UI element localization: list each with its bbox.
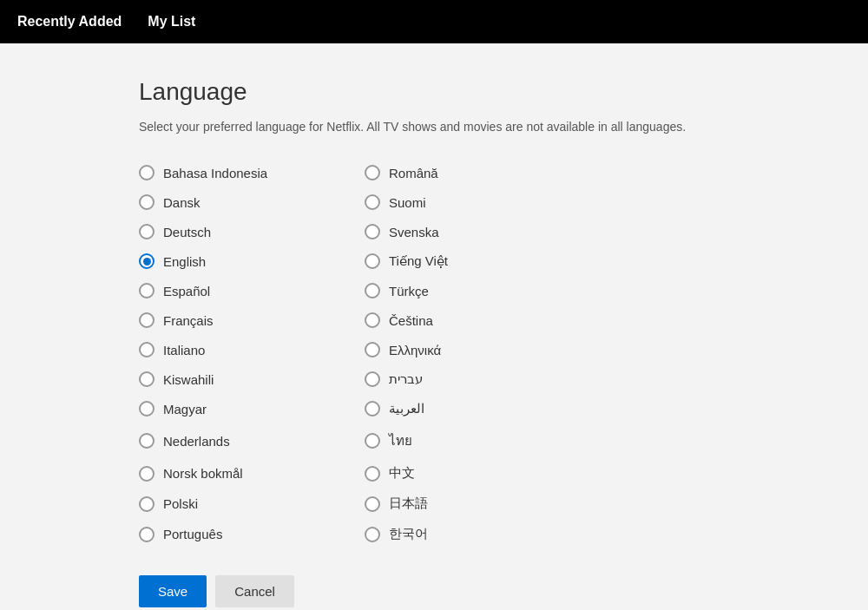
radio-thai <box>365 433 380 449</box>
language-item-japanese[interactable]: 日本語 <box>365 489 590 519</box>
language-label-portugues: Português <box>163 527 222 541</box>
save-button[interactable]: Save <box>139 575 207 607</box>
language-label-romana: Română <box>389 166 438 180</box>
radio-portugues <box>139 527 155 542</box>
language-label-suomi: Suomi <box>389 195 426 210</box>
language-label-deutsch: Deutsch <box>163 225 211 239</box>
language-item-espanol[interactable]: Español <box>139 276 365 305</box>
radio-japanese <box>365 496 380 512</box>
radio-francais <box>139 312 155 328</box>
radio-dansk <box>139 194 155 210</box>
language-label-thai: ไทย <box>389 430 412 451</box>
radio-chinese <box>365 466 380 482</box>
radio-arabic <box>365 401 380 417</box>
language-label-kiswahili: Kiswahili <box>163 372 214 387</box>
radio-english <box>139 253 155 269</box>
language-item-bahasa[interactable]: Bahasa Indonesia <box>139 158 365 187</box>
radio-turkce <box>365 283 380 298</box>
radio-hebrew <box>365 371 380 387</box>
language-item-chinese[interactable]: 中文 <box>365 458 590 489</box>
language-label-turkce: Türkçe <box>389 284 429 298</box>
page-title: Language <box>139 78 729 106</box>
language-item-kiswahili[interactable]: Kiswahili <box>139 364 365 394</box>
radio-norsk <box>139 466 155 482</box>
radio-kiswahili <box>139 371 155 387</box>
language-item-norsk[interactable]: Norsk bokmål <box>139 458 365 489</box>
radio-greek <box>365 342 380 357</box>
radio-svenska <box>365 224 380 239</box>
radio-bahasa <box>139 165 155 180</box>
page-subtitle: Select your preferred language for Netfl… <box>139 120 729 134</box>
language-item-turkce[interactable]: Türkçe <box>365 276 590 305</box>
language-item-suomi[interactable]: Suomi <box>365 187 590 217</box>
language-item-thai[interactable]: ไทย <box>365 423 590 458</box>
language-grid: Bahasa IndonesiaRomânăDanskSuomiDeutschS… <box>139 158 590 549</box>
language-label-tieng-viet: Tiếng Việt <box>389 253 448 269</box>
radio-tieng-viet <box>365 253 380 269</box>
language-label-italiano: Italiano <box>163 343 205 357</box>
main-content: Language Select your preferred language … <box>0 43 868 610</box>
language-item-francais[interactable]: Français <box>139 305 365 335</box>
language-label-japanese: 日本語 <box>389 495 428 512</box>
language-label-espanol: Español <box>163 284 210 298</box>
nav-my-list[interactable]: My List <box>148 14 195 30</box>
language-item-italiano[interactable]: Italiano <box>139 335 365 364</box>
language-label-francais: Français <box>163 313 214 328</box>
language-item-korean[interactable]: 한국어 <box>365 519 590 549</box>
language-item-tieng-viet[interactable]: Tiếng Việt <box>365 246 590 276</box>
language-label-cestina: Čeština <box>389 313 433 328</box>
radio-deutsch <box>139 224 155 239</box>
radio-espanol <box>139 283 155 298</box>
language-item-dansk[interactable]: Dansk <box>139 187 365 217</box>
radio-polski <box>139 496 155 512</box>
radio-korean <box>365 527 380 542</box>
radio-cestina <box>365 312 380 328</box>
language-label-chinese: 中文 <box>389 465 415 482</box>
language-label-svenska: Svenska <box>389 225 439 239</box>
language-item-arabic[interactable]: العربية <box>365 394 590 423</box>
radio-romana <box>365 165 380 180</box>
language-label-greek: Ελληνικά <box>389 343 441 357</box>
language-item-nederlands[interactable]: Nederlands <box>139 423 365 458</box>
cancel-button[interactable]: Cancel <box>215 575 294 607</box>
radio-italiano <box>139 342 155 357</box>
language-label-polski: Polski <box>163 496 198 511</box>
button-row: Save Cancel <box>139 575 729 607</box>
language-label-hebrew: עברית <box>389 371 423 387</box>
language-item-romana[interactable]: Română <box>365 158 590 187</box>
language-item-english[interactable]: English <box>139 246 365 276</box>
language-item-svenska[interactable]: Svenska <box>365 217 590 246</box>
nav-recently-added[interactable]: Recently Added <box>17 14 122 30</box>
language-label-korean: 한국어 <box>389 526 428 542</box>
language-item-cestina[interactable]: Čeština <box>365 305 590 335</box>
language-label-english: English <box>163 254 206 269</box>
language-item-greek[interactable]: Ελληνικά <box>365 335 590 364</box>
language-label-norsk: Norsk bokmål <box>163 466 243 481</box>
language-label-bahasa: Bahasa Indonesia <box>163 166 267 180</box>
radio-suomi <box>365 194 380 210</box>
language-label-arabic: العربية <box>389 401 424 417</box>
language-label-nederlands: Nederlands <box>163 434 230 449</box>
radio-magyar <box>139 401 155 417</box>
language-label-dansk: Dansk <box>163 195 201 210</box>
language-item-hebrew[interactable]: עברית <box>365 364 590 394</box>
language-item-magyar[interactable]: Magyar <box>139 394 365 423</box>
language-item-polski[interactable]: Polski <box>139 489 365 519</box>
language-item-portugues[interactable]: Português <box>139 519 365 549</box>
radio-nederlands <box>139 433 155 449</box>
language-label-magyar: Magyar <box>163 402 207 417</box>
language-item-deutsch[interactable]: Deutsch <box>139 217 365 246</box>
header: Recently Added My List <box>0 0 868 43</box>
